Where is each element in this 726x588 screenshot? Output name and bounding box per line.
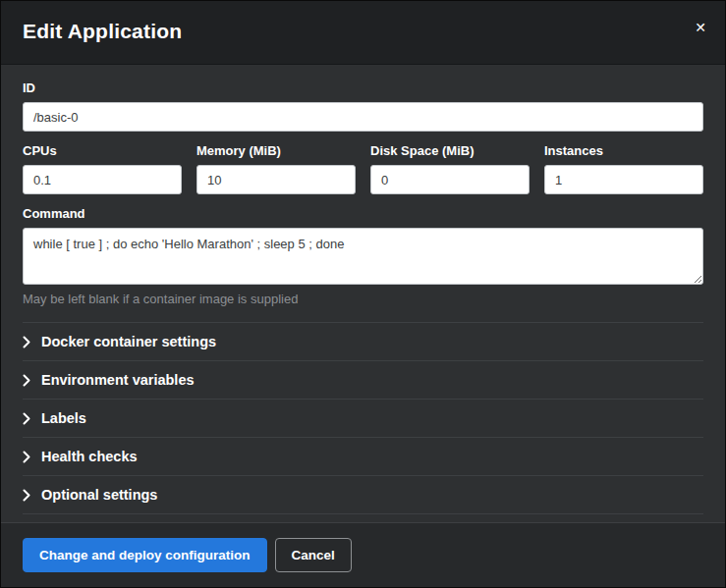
modal-body: ID CPUs Memory (MiB) Disk Space (MiB) In…: [1, 65, 725, 522]
memory-input[interactable]: [196, 165, 356, 194]
section-health-checks[interactable]: Health checks: [23, 437, 703, 475]
section-label: Health checks: [41, 449, 138, 464]
modal-footer: Change and deploy configuration Cancel: [1, 522, 725, 588]
chevron-right-icon: [23, 451, 30, 463]
change-and-deploy-button[interactable]: Change and deploy configuration: [23, 538, 267, 573]
section-docker-container-settings[interactable]: Docker container settings: [23, 322, 703, 360]
cpus-field-group: CPUs: [23, 132, 182, 194]
disk-input[interactable]: [370, 165, 530, 194]
id-label: ID: [23, 80, 703, 95]
section-label: Labels: [41, 410, 86, 426]
instances-input[interactable]: [544, 165, 703, 194]
command-textarea[interactable]: while [ true ] ; do echo 'Hello Marathon…: [23, 228, 703, 285]
settings-accordion: Docker container settings Environment va…: [23, 322, 703, 514]
instances-label: Instances: [544, 143, 703, 158]
modal-header: Edit Application ✕: [1, 1, 725, 65]
chevron-right-icon: [23, 412, 30, 425]
instances-field-group: Instances: [544, 132, 703, 194]
id-input[interactable]: [23, 102, 703, 132]
modal-title: Edit Application: [23, 20, 703, 43]
resources-row: CPUs Memory (MiB) Disk Space (MiB) Insta…: [23, 132, 703, 194]
memory-label: Memory (MiB): [196, 143, 356, 158]
cancel-button[interactable]: Cancel: [275, 538, 352, 573]
disk-field-group: Disk Space (MiB): [370, 132, 530, 194]
section-label: Docker container settings: [41, 334, 216, 349]
section-label: Environment variables: [41, 372, 195, 388]
edit-application-modal: Edit Application ✕ ID CPUs Memory (MiB) …: [0, 0, 726, 588]
section-labels[interactable]: Labels: [23, 399, 703, 437]
disk-label: Disk Space (MiB): [370, 143, 530, 158]
section-label: Optional settings: [41, 487, 157, 503]
command-help-text: May be left blank if a container image i…: [23, 292, 703, 306]
section-optional-settings[interactable]: Optional settings: [23, 475, 703, 514]
chevron-right-icon: [23, 489, 30, 502]
memory-field-group: Memory (MiB): [196, 132, 356, 194]
close-icon[interactable]: ✕: [691, 17, 710, 38]
section-environment-variables[interactable]: Environment variables: [23, 360, 703, 399]
cpus-input[interactable]: [23, 165, 182, 194]
command-label: Command: [23, 206, 703, 221]
chevron-right-icon: [23, 336, 30, 348]
chevron-right-icon: [23, 374, 30, 387]
cpus-label: CPUs: [23, 143, 182, 158]
